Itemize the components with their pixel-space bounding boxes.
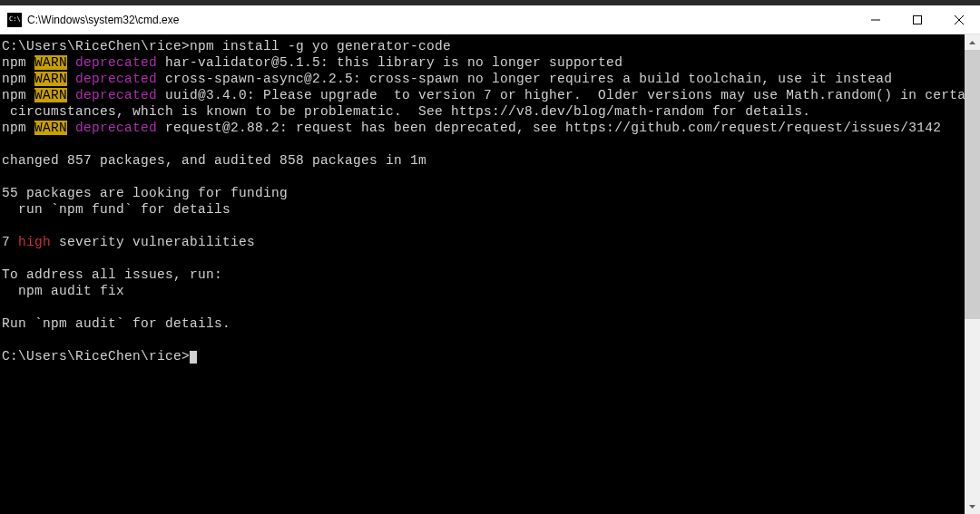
window-title: C:\Windows\system32\cmd.exe <box>27 14 855 26</box>
blank-line <box>2 250 965 267</box>
prompt: C:\Users\RiceChen\rice> <box>2 349 190 364</box>
terminal-output[interactable]: C:\Users\RiceChen\rice>npm install -g yo… <box>0 34 965 514</box>
warn-line: npm WARN deprecated cross-spawn-async@2.… <box>2 71 965 87</box>
svg-marker-7 <box>969 41 975 44</box>
titlebar[interactable]: C:\ C:\Windows\system32\cmd.exe <box>0 5 980 34</box>
warn-message: cross-spawn-async@2.2.5: cross-spawn no … <box>157 72 892 86</box>
svg-rect-4 <box>914 15 922 24</box>
cmd-window: C:\ C:\Windows\system32\cmd.exe C:\Users… <box>0 0 980 514</box>
blank-line <box>2 218 965 234</box>
warn-continuation: circumstances, which is known to be prob… <box>2 103 965 120</box>
blank-line <box>2 332 965 348</box>
vertical-scrollbar[interactable] <box>965 34 980 514</box>
address-line: To address all issues, run: <box>2 267 965 283</box>
audit-line: Run `npm audit` for details. <box>2 315 965 332</box>
command-text: npm install -g yo generator-code <box>190 39 451 53</box>
scroll-thumb[interactable] <box>965 50 980 319</box>
scroll-down-button[interactable] <box>965 499 980 514</box>
npm-prefix: npm <box>2 121 34 135</box>
prompt-line: C:\Users\RiceChen\rice> <box>2 348 965 364</box>
scroll-track[interactable] <box>965 50 980 499</box>
warn-message: har-validator@5.1.5: this library is no … <box>157 55 622 70</box>
deprecated-label: deprecated <box>67 88 157 102</box>
warn-badge: WARN <box>34 88 67 102</box>
svg-marker-8 <box>969 505 975 509</box>
npm-prefix: npm <box>2 72 34 86</box>
maximize-button[interactable] <box>897 5 938 34</box>
npm-prefix: npm <box>2 55 34 70</box>
scroll-up-button[interactable] <box>965 34 980 50</box>
vuln-text: severity vulnerabilities <box>51 235 255 249</box>
funding-detail: run `npm fund` for details <box>2 201 965 218</box>
blank-line <box>2 136 965 152</box>
blank-line <box>2 169 965 185</box>
minimize-button[interactable] <box>855 5 897 34</box>
cursor <box>190 351 197 364</box>
vulnerabilities-line: 7 high severity vulnerabilities <box>2 234 965 250</box>
deprecated-label: deprecated <box>67 121 157 135</box>
audit-fix-line: npm audit fix <box>2 283 965 299</box>
svg-text:C:\: C:\ <box>9 15 21 23</box>
deprecated-label: deprecated <box>67 55 157 70</box>
blank-line <box>2 299 965 315</box>
vuln-count: 7 <box>2 235 18 249</box>
window-controls <box>855 5 980 34</box>
deprecated-label: deprecated <box>67 72 157 86</box>
warn-badge: WARN <box>34 55 67 70</box>
warn-badge: WARN <box>34 121 67 135</box>
command-line: C:\Users\RiceChen\rice>npm install -g yo… <box>2 38 965 54</box>
warn-message: request@2.88.2: request has been depreca… <box>157 121 941 135</box>
funding-line: 55 packages are looking for funding <box>2 185 965 201</box>
terminal-area: C:\Users\RiceChen\rice>npm install -g yo… <box>0 34 980 514</box>
cmd-icon: C:\ <box>7 13 22 27</box>
warn-line: npm WARN deprecated uuid@3.4.0: Please u… <box>2 87 965 103</box>
warn-line: npm WARN deprecated har-validator@5.1.5:… <box>2 54 965 71</box>
severity-high: high <box>18 235 51 249</box>
warn-line: npm WARN deprecated request@2.88.2: requ… <box>2 120 965 136</box>
changed-line: changed 857 packages, and audited 858 pa… <box>2 152 965 169</box>
npm-prefix: npm <box>2 88 34 102</box>
close-button[interactable] <box>938 5 980 34</box>
prompt: C:\Users\RiceChen\rice> <box>2 39 190 53</box>
warn-badge: WARN <box>34 72 67 86</box>
warn-message: uuid@3.4.0: Please upgrade to version 7 … <box>157 88 965 102</box>
